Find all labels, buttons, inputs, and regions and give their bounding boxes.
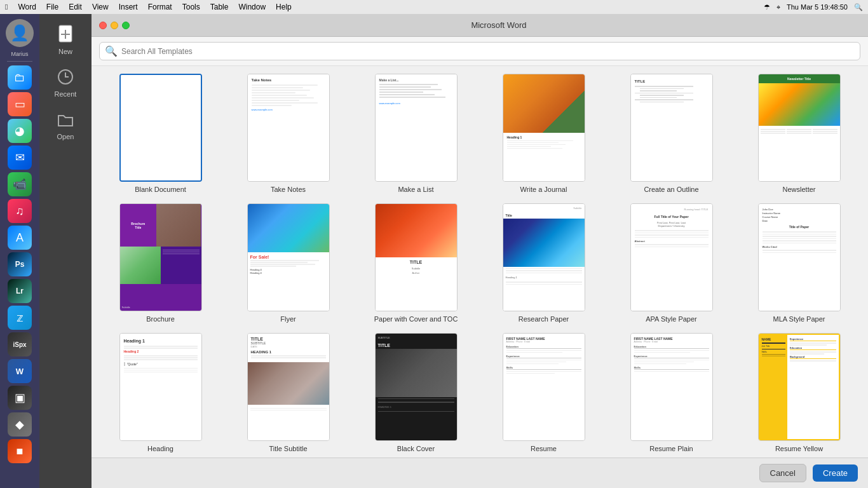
template-make-list[interactable]: Make a List... www.example.com Make a Li… <box>357 74 475 193</box>
resume-plain-thumb: FIRST NAME LAST NAME Address · Phone · E… <box>631 334 712 440</box>
menu-insert[interactable]: Insert <box>119 3 138 11</box>
maximize-button[interactable] <box>122 22 130 29</box>
apple-menu[interactable]:  <box>5 3 8 11</box>
template-label-brochure: Brochure <box>146 315 175 323</box>
template-thumb-paper-cov: TITLE Subtitle Author <box>375 203 458 311</box>
template-take-notes[interactable]: Take Notes www.example.com <box>229 74 347 193</box>
templates-scroll: Blank Document Take Notes <box>92 66 868 458</box>
panel-recent[interactable]: Recent <box>43 62 88 102</box>
template-label-journal: Write a Journal <box>520 186 567 193</box>
template-brochure[interactable]: Brochure Title <box>102 203 219 323</box>
traffic-lights <box>99 22 130 29</box>
template-label-black-cover: Black Cover <box>397 445 435 452</box>
template-resume-yellow[interactable]: NAME Job Title Skills Experience <box>740 333 858 452</box>
templates-grid: Blank Document Take Notes <box>102 74 858 452</box>
menubar-dropbox-icon: ☂ <box>764 3 770 11</box>
menubar-search-icon[interactable]: 🔍 <box>854 3 863 11</box>
template-newsletter[interactable]: Newsletter Title <box>740 74 858 193</box>
user-label: Marius <box>11 51 28 57</box>
panel-new[interactable]: New <box>43 19 88 59</box>
minimize-button[interactable] <box>111 22 118 29</box>
template-thumb-blank <box>119 74 202 182</box>
menu-format[interactable]: Format <box>148 3 172 11</box>
template-blank[interactable]: Blank Document <box>102 74 219 193</box>
unity-icon[interactable]: ▣ <box>8 386 32 410</box>
menu-window[interactable]: Window <box>238 3 266 11</box>
template-thumb-black-cover: SUBTITLE TITLE HEADING 1 <box>375 333 458 441</box>
facetime-icon[interactable]: 📹 <box>8 172 32 196</box>
template-label-apa: APA Style Paper <box>646 315 697 323</box>
template-mla[interactable]: John Doe Instructor Name Course Name Dat… <box>740 203 858 323</box>
template-flyer[interactable]: For Sale! Heading 4 Heading 4 Flyer <box>229 203 347 323</box>
template-thumb-resume: FIRST NAME LAST NAME Address · Phone · E… <box>503 333 585 441</box>
template-thumb-make-list: Make a List... www.example.com <box>375 74 458 182</box>
template-label-mla: MLA Style Paper <box>773 315 825 323</box>
outline-thumb: TITLE <box>631 74 712 181</box>
template-label-take-notes: Take Notes <box>271 186 306 193</box>
open-icon <box>54 108 77 131</box>
template-paper-cov[interactable]: TITLE Subtitle Author Paper with Cover a… <box>357 203 475 323</box>
panel-open[interactable]: Open <box>43 104 88 144</box>
menu-file[interactable]: File <box>46 3 58 11</box>
template-research[interactable]: Subtitle Title Heading 1 Research Paper <box>485 203 602 323</box>
menu-view[interactable]: View <box>92 3 109 11</box>
dock-divider <box>7 61 32 62</box>
appstore-icon[interactable]: A <box>8 226 32 250</box>
template-thumb-brochure: Brochure Title <box>119 203 202 311</box>
photoshop-icon[interactable]: Ps <box>8 252 32 276</box>
mail-icon[interactable]: ✉ <box>8 146 32 170</box>
app-body: 👤 Marius 🗀 ▭ ◕ ✉ 📹 ♫ A Ps Lr 𝕫 iSpx W ▣ … <box>0 14 868 488</box>
menu-help[interactable]: Help <box>276 3 292 11</box>
template-label-resume: Resume <box>531 445 557 452</box>
safari-icon[interactable]: ◕ <box>8 119 32 143</box>
template-outline[interactable]: TITLE Create an Outline <box>613 74 730 193</box>
menu-edit[interactable]: Edit <box>69 3 82 11</box>
music-icon[interactable]: ♫ <box>8 199 32 223</box>
search-input[interactable] <box>121 47 855 56</box>
template-resume[interactable]: FIRST NAME LAST NAME Address · Phone · E… <box>485 333 602 452</box>
mla-thumb: John Doe Instructor Name Course Name Dat… <box>759 204 840 311</box>
template-label-flyer: Flyer <box>280 315 295 323</box>
newsletter-thumb: Newsletter Title <box>759 74 840 181</box>
main-content: Microsoft Word 🔍 Blank Document <box>92 14 868 488</box>
template-label-heading: Heading <box>147 445 173 452</box>
ispx-icon[interactable]: iSpx <box>8 332 32 356</box>
template-thumb-mla: John Doe Instructor Name Course Name Dat… <box>758 203 841 311</box>
twitter-icon[interactable]: 𝕫 <box>8 306 32 330</box>
template-thumb-title-sub: TITLE SUBTITLE DATE HEADING 1 <box>247 333 330 441</box>
menubar:  Word File Edit View Insert Format Tool… <box>0 0 868 14</box>
launchpad-icon[interactable]: ▭ <box>8 92 32 116</box>
resume-yellow-thumb: NAME Job Title Skills Experience <box>759 334 840 440</box>
finder-icon[interactable]: 🗀 <box>8 65 32 90</box>
research-thumb: Subtitle Title Heading 1 <box>503 204 585 311</box>
lightroom-icon[interactable]: Lr <box>8 279 32 303</box>
window-title: Microsoft Word <box>137 20 860 30</box>
template-label-make-list: Make a List <box>398 186 433 193</box>
template-thumb-journal: Heading 1 <box>503 74 585 182</box>
resume-thumb: FIRST NAME LAST NAME Address · Phone · E… <box>503 334 585 440</box>
template-label-resume-yellow: Resume Yellow <box>775 445 823 452</box>
flyer-thumb: For Sale! Heading 4 Heading 4 <box>248 204 329 311</box>
template-label-resume-plain: Resume Plain <box>649 445 693 452</box>
close-button[interactable] <box>99 22 107 29</box>
word-icon[interactable]: W <box>8 359 32 383</box>
left-panel: New Recent Open <box>39 14 92 488</box>
recent-label: Recent <box>55 90 77 98</box>
template-resume-plain[interactable]: FIRST NAME LAST NAME Address · Phone · E… <box>613 333 730 452</box>
misc-icon[interactable]: ◆ <box>8 412 32 437</box>
template-apa[interactable]: Running head: TITLE Full Title of Your P… <box>613 203 730 323</box>
journal-thumb: Heading 1 <box>503 74 585 181</box>
misc2-icon[interactable]: ■ <box>8 439 32 463</box>
create-button[interactable]: Create <box>813 464 858 482</box>
menu-word[interactable]: Word <box>18 3 36 11</box>
template-title-sub[interactable]: TITLE SUBTITLE DATE HEADING 1 <box>229 333 347 452</box>
template-label-newsletter: Newsletter <box>783 186 816 193</box>
template-journal[interactable]: Heading 1 Write a Journal <box>485 74 602 193</box>
template-black-cover[interactable]: SUBTITLE TITLE HEADING 1 Black Cover <box>357 333 475 452</box>
template-thumb-take-notes: Take Notes www.example.com <box>247 74 330 182</box>
template-thumb-flyer: For Sale! Heading 4 Heading 4 <box>247 203 330 311</box>
cancel-button[interactable]: Cancel <box>759 464 806 482</box>
menu-table[interactable]: Table <box>210 3 229 11</box>
menu-tools[interactable]: Tools <box>182 3 200 11</box>
template-heading[interactable]: Heading 1 Heading 2 "Quote" <box>102 333 219 452</box>
